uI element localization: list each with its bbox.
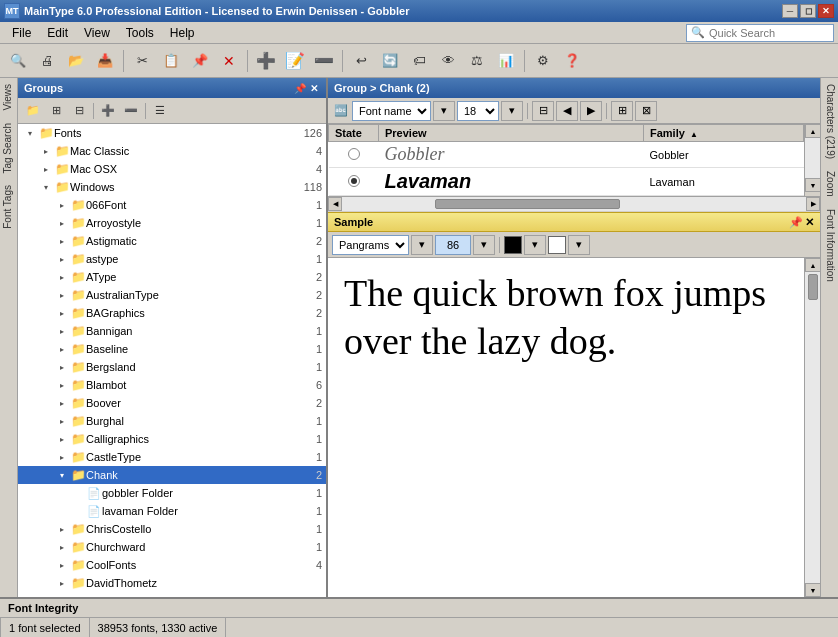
expand-chank[interactable]: ▾ — [54, 467, 70, 483]
sample-close-button[interactable]: ✕ — [805, 216, 814, 229]
expand-bannigan[interactable]: ▸ — [54, 323, 70, 339]
tree-item-castletype[interactable]: ▸ 📁 CastleType 1 — [18, 448, 326, 466]
expand-066font[interactable]: ▸ — [54, 197, 70, 213]
font-view-btn1[interactable]: ⊟ — [532, 101, 554, 121]
expand-blambot[interactable]: ▸ — [54, 377, 70, 393]
expand-burghal[interactable]: ▸ — [54, 413, 70, 429]
groups-close-button[interactable]: ✕ — [308, 82, 320, 94]
col-header-family[interactable]: Family ▲ — [644, 125, 804, 142]
tree-item-windows[interactable]: ▾ 📁 Windows 118 — [18, 178, 326, 196]
tb-settings-button[interactable]: ⚙ — [529, 48, 557, 74]
right-side-label-font-info[interactable]: Font Information — [821, 203, 838, 288]
restore-button[interactable]: ◻ — [800, 4, 816, 18]
tb-add-group-button[interactable]: ➕ — [252, 48, 280, 74]
sample-bgcolor-btn[interactable] — [548, 236, 566, 254]
right-side-label-zoom[interactable]: Zoom — [821, 165, 838, 203]
font-size-dropdown-btn[interactable]: ▾ — [501, 101, 523, 121]
tree-item-davidthometz[interactable]: ▸ 📁 DavidThometz — [18, 574, 326, 592]
tree-item-astigmatic[interactable]: ▸ 📁 Astigmatic 2 — [18, 232, 326, 250]
tree-item-chriscostello[interactable]: ▸ 📁 ChrisCostello 1 — [18, 520, 326, 538]
sample-bgcolor-dropdown-btn[interactable]: ▾ — [568, 235, 590, 255]
tree-item-bergsland[interactable]: ▸ 📁 Bergsland 1 — [18, 358, 326, 376]
tree-item-baseline[interactable]: ▸ 📁 Baseline 1 — [18, 340, 326, 358]
expand-boover[interactable]: ▸ — [54, 395, 70, 411]
tb-install-button[interactable]: 📥 — [91, 48, 119, 74]
tree-item-mac-osx[interactable]: ▸ 📁 Mac OSX 4 — [18, 160, 326, 178]
expand-baseline[interactable]: ▸ — [54, 341, 70, 357]
sample-scroll-down[interactable]: ▼ — [805, 583, 821, 597]
font-row-gobbler[interactable]: Gobbler Gobbler — [329, 142, 804, 168]
tree-item-churchward[interactable]: ▸ 📁 Churchward 1 — [18, 538, 326, 556]
tree-item-066font[interactable]: ▸ 📁 066Font 1 — [18, 196, 326, 214]
close-button[interactable]: ✕ — [818, 4, 834, 18]
tb-paste-button[interactable]: 📌 — [186, 48, 214, 74]
tb-copy-button[interactable]: 📋 — [157, 48, 185, 74]
sample-scroll-up[interactable]: ▲ — [805, 258, 821, 272]
col-header-preview[interactable]: Preview — [379, 125, 644, 142]
groups-pin-button[interactable]: 📌 — [294, 82, 306, 94]
font-view-btn4[interactable]: ⊞ — [611, 101, 633, 121]
expand-castletype[interactable]: ▸ — [54, 449, 70, 465]
tb-compare-button[interactable]: ⚖ — [463, 48, 491, 74]
expand-davidthometz[interactable]: ▸ — [54, 575, 70, 591]
tree-item-mac-classic[interactable]: ▸ 📁 Mac Classic 4 — [18, 142, 326, 160]
groups-view-button[interactable]: ☰ — [149, 101, 171, 121]
sample-color-dropdown-btn[interactable]: ▾ — [524, 235, 546, 255]
font-view-btn3[interactable]: ▶ — [580, 101, 602, 121]
expand-arroyostyle[interactable]: ▸ — [54, 215, 70, 231]
groups-collapse-button[interactable]: ⊟ — [68, 101, 90, 121]
sample-pin-button[interactable]: 📌 — [789, 216, 803, 229]
groups-new-button[interactable]: 📁 — [22, 101, 44, 121]
font-size-select[interactable]: 18 8 10 12 14 16 20 24 36 — [457, 101, 499, 121]
menu-tools[interactable]: Tools — [118, 24, 162, 42]
expand-astigmatic[interactable]: ▸ — [54, 233, 70, 249]
expand-churchward[interactable]: ▸ — [54, 539, 70, 555]
tree-item-coolfonts[interactable]: ▸ 📁 CoolFonts 4 — [18, 556, 326, 574]
sort-by-select[interactable]: Font name Family Style Size — [352, 101, 431, 121]
tb-search-button[interactable]: 🔍 — [4, 48, 32, 74]
expand-bergsland[interactable]: ▸ — [54, 359, 70, 375]
expand-mac-osx[interactable]: ▸ — [38, 161, 54, 177]
font-view-btn5[interactable]: ⊠ — [635, 101, 657, 121]
pangrams-dropdown-btn[interactable]: ▾ — [411, 235, 433, 255]
expand-atype[interactable]: ▸ — [54, 269, 70, 285]
tb-report-button[interactable]: 📊 — [492, 48, 520, 74]
menu-edit[interactable]: Edit — [39, 24, 76, 42]
font-row-lavaman[interactable]: Lavaman Lavaman — [329, 168, 804, 196]
tree-item-bagraphics[interactable]: ▸ 📁 BAGraphics 2 — [18, 304, 326, 322]
tree-item-lavaman-folder[interactable]: ▸ 📄 lavaman Folder 1 — [18, 502, 326, 520]
expand-coolfonts[interactable]: ▸ — [54, 557, 70, 573]
expand-windows[interactable]: ▾ — [38, 179, 54, 195]
tree-item-calligraphics[interactable]: ▸ 📁 Calligraphics 1 — [18, 430, 326, 448]
tree-item-chank[interactable]: ▾ 📁 Chank 2 — [18, 466, 326, 484]
hscroll-left-btn[interactable]: ◀ — [328, 197, 342, 211]
tb-remove-button[interactable]: ➖ — [310, 48, 338, 74]
tb-preview-button[interactable]: 👁 — [434, 48, 462, 74]
side-label-font-tags[interactable]: Font Tags — [0, 179, 17, 235]
tree-item-bannigan[interactable]: ▸ 📁 Bannigan 1 — [18, 322, 326, 340]
tb-tag-button[interactable]: 🏷 — [405, 48, 433, 74]
tree-item-burghal[interactable]: ▸ 📁 Burghal 1 — [18, 412, 326, 430]
tree-item-boover[interactable]: ▸ 📁 Boover 2 — [18, 394, 326, 412]
tree-item-fonts[interactable]: ▾ 📁 Fonts 126 — [18, 124, 326, 142]
tb-undo-button[interactable]: ↩ — [347, 48, 375, 74]
tree-item-blambot[interactable]: ▸ 📁 Blambot 6 — [18, 376, 326, 394]
hscroll-right-btn[interactable]: ▶ — [806, 197, 820, 211]
expand-astype[interactable]: ▸ — [54, 251, 70, 267]
side-label-tag-search[interactable]: Tag Search — [0, 117, 17, 180]
minimize-button[interactable]: ─ — [782, 4, 798, 18]
expand-fonts[interactable]: ▾ — [22, 125, 38, 141]
pangrams-select[interactable]: Pangrams Alphabet Numbers Custom — [332, 235, 409, 255]
tree-item-atype[interactable]: ▸ 📁 AType 2 — [18, 268, 326, 286]
menu-view[interactable]: View — [76, 24, 118, 42]
tb-open-button[interactable]: 📂 — [62, 48, 90, 74]
expand-chriscostello[interactable]: ▸ — [54, 521, 70, 537]
tb-delete-button[interactable]: ✕ — [215, 48, 243, 74]
groups-expand-button[interactable]: ⊞ — [45, 101, 67, 121]
font-sort-dropdown-btn[interactable]: ▾ — [433, 101, 455, 121]
sample-size-dropdown-btn[interactable]: ▾ — [473, 235, 495, 255]
groups-add-font-button[interactable]: ➕ — [97, 101, 119, 121]
tree-item-astype[interactable]: ▸ 📁 astype 1 — [18, 250, 326, 268]
search-input[interactable] — [709, 27, 829, 39]
tb-print-button[interactable]: 🖨 — [33, 48, 61, 74]
